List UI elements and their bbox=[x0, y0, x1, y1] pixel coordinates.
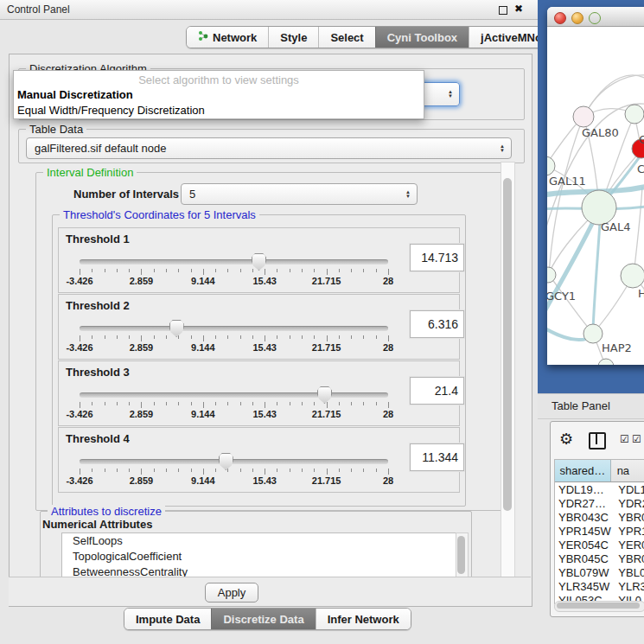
close-icon[interactable]: ✖ bbox=[514, 3, 523, 15]
threshold-value-field[interactable]: 14.713 bbox=[410, 244, 464, 271]
slider-tick bbox=[376, 269, 377, 272]
select-all-checkbox-icon[interactable]: ☑ bbox=[620, 433, 629, 445]
slider-tick bbox=[215, 402, 216, 405]
slider-tick bbox=[117, 335, 118, 339]
tab-style[interactable]: Style bbox=[268, 27, 318, 48]
slider-tick bbox=[117, 402, 118, 405]
slider-handle[interactable] bbox=[169, 320, 184, 337]
slider-tick bbox=[215, 269, 216, 272]
table-row[interactable]: YBR045CYBR0 bbox=[555, 552, 644, 565]
numerical-attributes-list[interactable]: SelfLoopsTopologicalCoefficientBetweenne… bbox=[61, 532, 456, 579]
scrollbar-thumb[interactable] bbox=[557, 603, 640, 609]
slider-tick bbox=[363, 269, 364, 272]
gear-icon[interactable]: ⚙ bbox=[559, 430, 573, 449]
minimize-traffic-light-icon[interactable] bbox=[571, 12, 583, 24]
slider-tick bbox=[105, 335, 105, 339]
close-traffic-light-icon[interactable] bbox=[554, 12, 566, 24]
bottom-tab-impute-data[interactable]: Impute Data bbox=[124, 609, 211, 629]
slider-tick bbox=[105, 402, 105, 405]
column-header-name[interactable]: na bbox=[611, 460, 644, 481]
network-node[interactable] bbox=[583, 324, 603, 343]
algorithm-option-equal-width-frequency-discretization[interactable]: Equal Width/Frequency Discretization bbox=[14, 103, 424, 118]
slider-track[interactable] bbox=[80, 459, 388, 464]
attributes-list-scrollbar[interactable] bbox=[456, 532, 469, 579]
table-rows: YDL19…YDL1YDR27…YDR2YBR043CYBR0YPR145WYP… bbox=[555, 482, 644, 604]
slider-tick bbox=[166, 402, 167, 405]
scrollbar-thumb[interactable] bbox=[503, 178, 512, 511]
float-window-icon[interactable] bbox=[499, 6, 507, 15]
slider-tick bbox=[117, 269, 118, 272]
slider-tick bbox=[141, 269, 142, 275]
tab-network[interactable]: Network bbox=[187, 27, 268, 48]
slider-tick bbox=[388, 402, 389, 408]
slider-handle[interactable] bbox=[219, 453, 233, 470]
bottom-tabbar: Impute DataDiscretize DataInfer Network bbox=[124, 608, 411, 630]
table-data-group: Table Data galFiltered.sif default node … bbox=[18, 129, 525, 163]
network-node[interactable] bbox=[573, 106, 594, 127]
network-node[interactable] bbox=[625, 105, 644, 124]
network-node[interactable] bbox=[582, 190, 616, 225]
slider-tick bbox=[265, 335, 265, 341]
cell-shared-name: YDL19… bbox=[555, 483, 613, 496]
algorithm-option-manual-discretization[interactable]: Manual Discretization bbox=[14, 87, 424, 103]
table-horizontal-scrollbar[interactable] bbox=[554, 601, 644, 612]
slider-scale-label: 2.859 bbox=[130, 475, 154, 486]
table-row[interactable]: YER054CYER0 bbox=[555, 538, 644, 552]
network-node-label: GCY1 bbox=[547, 290, 576, 303]
slider-handle[interactable] bbox=[317, 386, 332, 404]
threshold-value-field[interactable]: 21.4 bbox=[410, 377, 464, 405]
content-scrollbar[interactable] bbox=[501, 162, 515, 578]
threshold-value-field[interactable]: 6.316 bbox=[410, 310, 464, 338]
network-edge bbox=[549, 275, 590, 330]
threshold-panel-4: Threshold 4-3.4262.8599.14415.4321.71528… bbox=[58, 427, 460, 493]
slider-tick bbox=[388, 469, 389, 475]
table-row[interactable]: YDR27…YDR2 bbox=[555, 496, 644, 510]
tab-cyni-toolbox[interactable]: Cyni Toolbox bbox=[375, 27, 469, 48]
table-row[interactable]: YBR043CYBR0 bbox=[555, 510, 644, 524]
algorithm-popup-items: Manual DiscretizationEqual Width/Frequen… bbox=[14, 87, 424, 118]
slider-track[interactable] bbox=[80, 392, 388, 398]
bottom-tab-infer-network[interactable]: Infer Network bbox=[316, 609, 411, 629]
scrollbar-thumb[interactable] bbox=[457, 536, 465, 574]
slider-tick bbox=[351, 269, 352, 272]
threshold-value-field[interactable]: 11.344 bbox=[410, 443, 464, 471]
table-row[interactable]: YPR145WYPR1 bbox=[555, 524, 644, 538]
slider-tick bbox=[388, 335, 389, 341]
threshold-label: Threshold 3 bbox=[66, 366, 130, 379]
node-table[interactable]: shared… na YDL19…YDL1YDR27…YDR2YBR043CYB… bbox=[554, 459, 644, 604]
table-row[interactable]: YBL079WYBL0 bbox=[555, 565, 644, 579]
slider-tick bbox=[154, 269, 155, 272]
combo-stepper-icon: ▲▼ bbox=[405, 190, 411, 199]
attribute-item-topologicalcoefficient[interactable]: TopologicalCoefficient bbox=[62, 549, 456, 564]
network-node[interactable] bbox=[598, 359, 614, 365]
bottom-tab-discretize-data[interactable]: Discretize Data bbox=[211, 609, 315, 629]
table-data-combobox[interactable]: galFiltered.sif default node ▲▼ bbox=[26, 137, 512, 159]
table-row[interactable]: YLR345WYLR3 bbox=[555, 579, 644, 593]
table-row[interactable]: YDL19…YDL1 bbox=[555, 482, 644, 496]
network-canvas[interactable]: GAL80GAGAL11CGAL4GCY1HHAP2 bbox=[547, 26, 644, 365]
columns-icon[interactable] bbox=[589, 432, 606, 450]
network-node[interactable] bbox=[547, 267, 556, 283]
zoom-traffic-light-icon[interactable] bbox=[589, 12, 601, 24]
number-of-intervals-value: 5 bbox=[189, 188, 195, 201]
network-node[interactable] bbox=[621, 264, 644, 288]
slider-scale-label: 2.859 bbox=[130, 276, 154, 286]
slider-track[interactable] bbox=[80, 259, 388, 265]
apply-button[interactable]: Apply bbox=[205, 583, 258, 603]
number-of-intervals-combobox[interactable]: 5 ▲▼ bbox=[181, 183, 418, 205]
slider-tick bbox=[363, 469, 364, 472]
slider-handle[interactable] bbox=[252, 253, 266, 271]
slider-tick bbox=[141, 402, 142, 408]
tab-label: Network bbox=[213, 31, 257, 44]
select-none-checkbox-icon[interactable]: ☑ bbox=[632, 433, 641, 445]
tab-select[interactable]: Select bbox=[318, 27, 374, 48]
slider-tick bbox=[92, 269, 92, 272]
attribute-item-selfloops[interactable]: SelfLoops bbox=[62, 533, 456, 549]
slider-tick bbox=[92, 402, 92, 405]
slider-tick bbox=[252, 335, 253, 339]
thresholds-container: Threshold 1-3.4262.8599.14415.4321.71528… bbox=[58, 227, 460, 494]
slider-track[interactable] bbox=[80, 326, 388, 331]
slider-scale-label: 21.715 bbox=[312, 342, 341, 353]
column-header-shared-name[interactable]: shared… bbox=[555, 460, 611, 481]
network-node[interactable] bbox=[547, 156, 555, 175]
